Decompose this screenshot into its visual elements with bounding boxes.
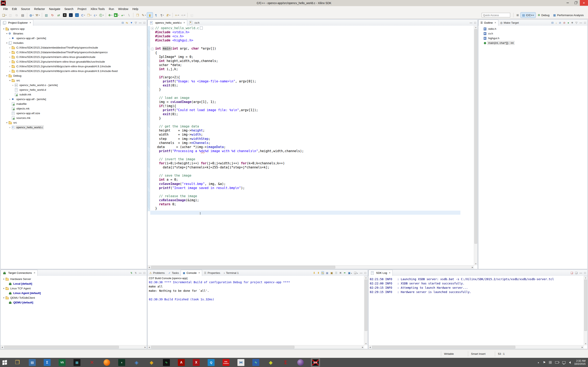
menu-help[interactable]: Help — [130, 6, 140, 12]
hal-cogen-icon[interactable]: HAL CoGen — [222, 359, 230, 366]
fold-expanded-icon[interactable]: − — [151, 48, 154, 50]
menu-refactor[interactable]: Refactor — [32, 6, 47, 12]
hide-non-public-icon[interactable]: ● — [567, 21, 569, 25]
vivado-v5-icon[interactable]: V5 — [58, 359, 66, 366]
new-c-file-button[interactable]: c▾ — [93, 12, 98, 18]
print-button[interactable]: ▤ — [20, 12, 26, 18]
purple-orb-icon[interactable] — [296, 359, 305, 366]
dropdown-arrow-icon[interactable]: ▾ — [103, 14, 104, 16]
code-line[interactable]: #include <stdio.h> — [150, 30, 460, 34]
code-line[interactable]: for(i=0;i<height;i++) for(j=0;j<width;j+… — [150, 161, 460, 166]
pin-console-icon[interactable]: ✒ — [344, 271, 346, 275]
expander-open-icon[interactable]: ▾ — [2, 287, 5, 290]
view-menu-icon[interactable]: ▽ — [135, 21, 137, 25]
dropdown-arrow-icon[interactable]: ▾ — [96, 14, 97, 16]
code-line[interactable]: #include <cv.h> — [150, 34, 460, 39]
project-tree-item[interactable]: ▹C:/Xilinx/SDK/2015.2/data/embeddedsw/Th… — [1, 45, 147, 50]
target-tree-item[interactable]: ▾Linux TCF Agent — [1, 286, 147, 291]
expander-closed-icon[interactable]: ▹ — [8, 47, 11, 49]
project-tree-item[interactable]: sources.mk — [1, 116, 147, 120]
dropdown-arrow-icon[interactable]: ▾ — [118, 14, 119, 16]
minimize-icon[interactable]: — — [470, 21, 472, 25]
target-tree-item[interactable]: QEMU [default] — [1, 300, 147, 305]
tab-make-target[interactable]: ◎Make Target — [498, 20, 521, 26]
quick-access-input[interactable] — [482, 13, 510, 17]
project-tree-item[interactable]: ▹C:/Xilinx/SDK/2015.2/gnu/arm/nt/lib/gcc… — [1, 69, 147, 73]
restore-window-button[interactable] — [572, 0, 580, 6]
quartus-icon[interactable]: ◆ — [147, 359, 156, 366]
close-icon[interactable]: ✕ — [389, 272, 390, 274]
code-line[interactable]: if(!img){ — [150, 104, 460, 108]
tab-problems[interactable]: ⚠Problems — [148, 270, 167, 276]
code-line[interactable]: // load an image — [150, 96, 460, 100]
xilinx-network-icon[interactable]: ✕ — [87, 359, 96, 366]
code-line[interactable]: printf("Processing a %dx%d image with %d… — [150, 149, 460, 153]
expander-open-icon[interactable]: ▾ — [5, 122, 8, 124]
modelsim-icon[interactable]: ⋈ — [237, 359, 245, 366]
target-tree-item[interactable]: ▾Hardware Server — [1, 277, 147, 281]
maximize-icon[interactable]: □ — [584, 271, 586, 275]
perspective-debug[interactable]: ❉Debug — [536, 12, 551, 18]
code-line[interactable]: data = (uchar *)img->imageData; — [150, 145, 460, 149]
target-tree-item[interactable]: Local [default] — [1, 281, 147, 286]
disconnect-button[interactable]: ∖ — [126, 12, 132, 18]
link-with-editor-icon[interactable]: ⇆ — [126, 21, 128, 25]
back-button[interactable]: ⇦▾ — [174, 12, 180, 18]
dropdown-arrow-icon[interactable]: ▾ — [178, 14, 179, 16]
new-folder-button[interactable]: ❒▾ — [86, 12, 92, 18]
clear-console-icon[interactable]: ✖ — [339, 271, 342, 275]
project-tree-item[interactable]: makefile — [1, 101, 147, 106]
target-connections-horizontal-scrollbar[interactable]: ◀ ▶ — [1, 345, 147, 349]
minimize-window-button[interactable] — [563, 0, 572, 6]
expander-open-icon[interactable]: ▾ — [8, 79, 11, 82]
open-perspective-icon[interactable]: ⊞ — [517, 13, 519, 17]
expander-open-icon[interactable]: ▾ — [5, 42, 8, 44]
maximize-icon[interactable]: □ — [584, 21, 586, 25]
menu-project[interactable]: Project — [76, 6, 89, 12]
new-wizard-button[interactable]: ❏▾ — [1, 12, 7, 18]
tab-terminal-1[interactable]: ›Terminal 1 — [222, 270, 241, 276]
tab-outline[interactable]: ☰Outline✕ — [478, 20, 498, 26]
log-options-icon[interactable]: ❏ — [575, 271, 577, 275]
expander-closed-icon[interactable]: ▹ — [8, 51, 11, 53]
code-line[interactable]: int a = 0; — [150, 178, 460, 182]
save-all-button[interactable]: ⧉ — [14, 12, 19, 18]
close-icon[interactable]: ✕ — [34, 272, 35, 274]
tray-expand-icon[interactable]: ▲ — [537, 361, 539, 364]
dropdown-arrow-icon[interactable]: ▾ — [6, 14, 6, 16]
adobe-reader-icon[interactable]: A — [177, 359, 186, 366]
tab-sdk-log[interactable]: SDK Log ✕ — [369, 270, 393, 276]
collapse-all-icon[interactable]: ⊟ — [551, 21, 553, 25]
maximize-icon[interactable]: □ — [474, 21, 476, 25]
project-tree-item[interactable]: ▾src — [1, 78, 147, 83]
add-target-icon[interactable]: ↯ — [130, 271, 132, 275]
dropdown-arrow-icon[interactable]: ▾ — [357, 272, 358, 274]
outline-item[interactable]: stdio.h — [478, 26, 587, 31]
hide-inactive-icon[interactable]: ✳ — [571, 21, 573, 25]
close-icon[interactable]: ✕ — [198, 272, 200, 274]
outline-item[interactable]: main(int, char*[]) : int — [478, 41, 587, 45]
code-line[interactable]: ​ — [150, 92, 460, 96]
minimize-icon[interactable]: — — [579, 21, 582, 25]
pin-editor-button[interactable]: ◱ — [189, 12, 195, 18]
new-c-project-button[interactable]: C▾ — [80, 12, 86, 18]
menu-source[interactable]: Source — [19, 6, 32, 12]
windows-tray-icon[interactable] — [549, 361, 552, 364]
code-line[interactable]: } — [150, 207, 460, 211]
dropdown-arrow-icon[interactable]: ▾ — [145, 14, 146, 16]
code-editor[interactable]: // opencv_hello_world.c#include <stdio.h… — [148, 26, 477, 269]
dropdown-arrow-icon[interactable]: ▾ — [163, 14, 164, 16]
chipscope-icon[interactable]: ▦ — [73, 359, 81, 366]
tab-tasks[interactable]: ✓Tasks — [167, 270, 181, 276]
battery-icon[interactable] — [555, 361, 559, 364]
project-tree-item[interactable]: ▹C:/Xilinx/SDK/2015.2/gnu/arm/nt/lib/gcc… — [1, 64, 147, 69]
show-console-when-err-icon[interactable]: ▣ — [330, 271, 333, 275]
maximize-icon[interactable]: □ — [144, 271, 145, 275]
expander-closed-icon[interactable]: ▹ — [8, 60, 11, 63]
minimize-icon[interactable]: — — [360, 271, 362, 275]
target-tree-item[interactable]: ▾QEMU TcfGdbClient — [1, 295, 147, 300]
code-line[interactable]: ​ — [150, 190, 460, 194]
code-line[interactable]: ​ — [150, 120, 460, 125]
fold-collapsed-icon[interactable]: + — [151, 27, 154, 30]
debug-button[interactable]: ❉▾ — [107, 12, 113, 18]
